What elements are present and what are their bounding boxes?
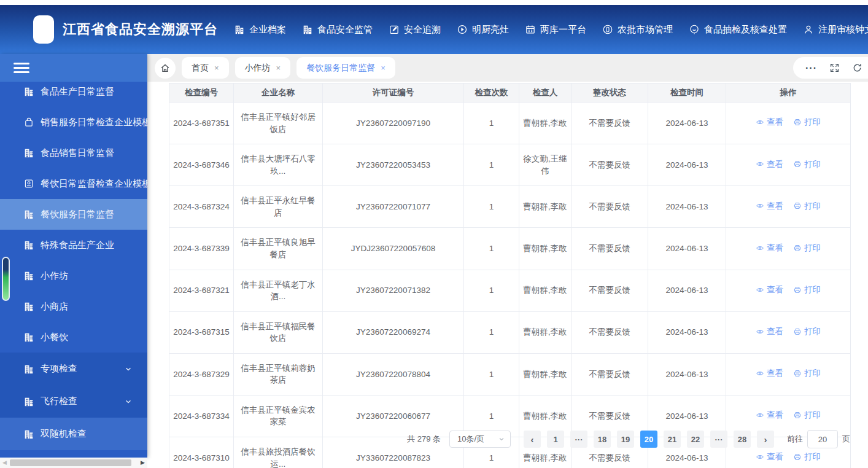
eye-icon: [756, 327, 764, 336]
print-link[interactable]: 打印: [793, 200, 821, 213]
sidebar-item[interactable]: 销售服务日常检查企业模板: [0, 107, 147, 138]
refresh-icon[interactable]: [852, 63, 862, 73]
view-link[interactable]: 查看: [756, 242, 783, 254]
cell-license-no: JY23607220053453: [323, 144, 464, 186]
fullscreen-icon[interactable]: [829, 63, 840, 73]
page-button[interactable]: 21: [664, 431, 681, 448]
nav-item-farm-market[interactable]: 农批市场管理: [602, 24, 673, 36]
cell-enterprise-name: 信丰县正平镇良旭早餐店: [234, 228, 323, 270]
nav-item-two-db-platform[interactable]: 两库一平台: [525, 24, 586, 36]
view-link[interactable]: 查看: [756, 326, 783, 338]
print-link[interactable]: 打印: [793, 242, 821, 254]
close-icon[interactable]: ×: [276, 63, 281, 72]
tab-home[interactable]: 首页 ×: [182, 57, 229, 79]
sidebar-item[interactable]: 特殊食品生产企业: [0, 230, 147, 260]
sidebar-item[interactable]: 食品销售日常监督: [0, 138, 147, 168]
sidebar-item-label: 销售服务日常检查企业模板: [41, 117, 147, 128]
cell-operations: 查看 打印: [726, 353, 851, 395]
user-menu[interactable]: 钟文浩: [855, 24, 868, 36]
prev-page-button[interactable]: ‹: [524, 431, 541, 448]
home-icon: [160, 63, 171, 74]
view-link[interactable]: 查看: [756, 284, 783, 296]
view-link[interactable]: 查看: [756, 409, 783, 421]
page-button[interactable]: 1: [547, 431, 564, 448]
printer-icon: [793, 118, 802, 127]
eye-icon: [756, 201, 764, 210]
cell-enterprise-name: 信丰县正平镇福民餐饮店: [234, 311, 323, 353]
table-row: 2024-3-687351 信丰县正平镇好邻居饭店 JY236072200971…: [169, 103, 851, 144]
sidebar-item[interactable]: 小餐饮: [0, 322, 147, 353]
close-icon[interactable]: ×: [381, 63, 386, 72]
nav-item-safety-trace[interactable]: 安全追溯: [389, 24, 441, 36]
page-button[interactable]: ···: [570, 431, 587, 448]
buildings-icon: [302, 24, 313, 35]
sidebar-item[interactable]: 小商店: [0, 291, 147, 322]
sidebar-item-label: 餐饮日常监督检查企业模板: [41, 178, 147, 190]
eye-icon: [756, 244, 764, 252]
cell-enterprise-name: 信丰县大塘坪石八零玖...: [234, 144, 323, 186]
close-icon[interactable]: ×: [214, 63, 219, 72]
page-button[interactable]: 22: [687, 431, 704, 448]
view-link[interactable]: 查看: [756, 451, 783, 463]
print-link[interactable]: 打印: [793, 367, 821, 380]
cell-check-count: 1: [464, 353, 519, 395]
sidebar-item[interactable]: 餐饮日常监督检查企业模板: [0, 168, 147, 199]
sidebar-item-label: 小餐饮: [41, 332, 68, 343]
view-link[interactable]: 查看: [756, 200, 783, 213]
page-button[interactable]: 19: [617, 431, 634, 448]
print-link[interactable]: 打印: [793, 451, 821, 463]
page-button[interactable]: 18: [594, 431, 611, 448]
sidebar-item[interactable]: 餐饮服务日常监督: [0, 199, 147, 230]
sidebar-item[interactable]: 双随机检查: [0, 418, 147, 450]
sidebar-vertical-scrollbar-thumb[interactable]: [2, 257, 10, 301]
page-button[interactable]: 28: [734, 431, 751, 448]
print-link[interactable]: 打印: [793, 158, 821, 171]
page-button[interactable]: ···: [710, 431, 727, 448]
sidebar-horizontal-scrollbar[interactable]: ◀ ▶: [0, 458, 147, 468]
cell-inspector: 徐文勤,王继伟: [519, 144, 572, 186]
bag-icon: [23, 117, 34, 128]
buildings-icon: [23, 209, 34, 220]
nav-item-enterprise-archive[interactable]: 企业档案: [234, 24, 286, 36]
home-tab-button[interactable]: [155, 58, 176, 79]
scroll-left-arrow-icon[interactable]: ◀: [2, 459, 7, 466]
more-tabs-icon[interactable]: ···: [805, 65, 817, 71]
table-header-row: 检查编号 企业名称 许可证编号 检查次数 检查人 整改状态 检查时间 操作: [169, 84, 851, 103]
cell-license-no: JY23607220071382: [323, 270, 464, 311]
nav-item-food-safety-supervision[interactable]: 食品安全监管: [302, 24, 373, 36]
tab-catering-daily-supervision[interactable]: 餐饮服务日常监督 ×: [296, 57, 395, 79]
cell-license-no: JY23607220071077: [323, 186, 464, 228]
cell-license-no: JYDJ23607220057608: [323, 228, 464, 270]
scroll-right-arrow-icon[interactable]: ▶: [141, 459, 145, 466]
sidebar-item[interactable]: 飞行检查: [0, 385, 147, 418]
next-page-button[interactable]: ›: [757, 431, 774, 448]
tab-xiaozuofang[interactable]: 小作坊 ×: [235, 57, 291, 79]
hamburger-menu-icon[interactable]: [14, 60, 29, 76]
tab-controls: ···: [793, 57, 868, 79]
horizontal-scrollbar-thumb[interactable]: [10, 459, 131, 466]
sidebar-item[interactable]: 专项检查: [0, 353, 147, 385]
page-size-select[interactable]: 10条/页: [449, 431, 511, 448]
nav-item-register-audit[interactable]: 注册审核: [803, 24, 855, 36]
nav-label: 食品安全监管: [317, 24, 373, 36]
print-link[interactable]: 打印: [793, 116, 821, 128]
page-title: 江西省食品安全溯源平台: [63, 20, 218, 39]
cell-rectify-status: 不需要反馈: [572, 270, 648, 311]
view-link[interactable]: 查看: [756, 116, 783, 128]
goto-page: 前往 页: [787, 430, 850, 448]
page-button[interactable]: 20: [640, 431, 657, 448]
badge-circle-icon: [689, 24, 700, 35]
nav-item-bright-kitchen[interactable]: 明厨亮灶: [457, 24, 509, 36]
view-link[interactable]: 查看: [756, 158, 783, 171]
goto-page-input[interactable]: [807, 430, 838, 448]
print-link[interactable]: 打印: [793, 284, 821, 296]
print-link[interactable]: 打印: [793, 326, 821, 338]
cell-check-time: 2024-06-13: [648, 353, 726, 395]
table-row: 2024-3-687321 信丰县正平镇老丁水酒... JY2360722007…: [169, 270, 851, 311]
view-link[interactable]: 查看: [756, 367, 783, 380]
sidebar-item[interactable]: 小作坊: [0, 260, 147, 291]
buildings-icon: [23, 332, 34, 343]
nav-item-sampling-inspection[interactable]: 食品抽检及核查处置: [689, 24, 787, 36]
logo-g-icon: [33, 19, 54, 40]
print-link[interactable]: 打印: [793, 409, 821, 421]
